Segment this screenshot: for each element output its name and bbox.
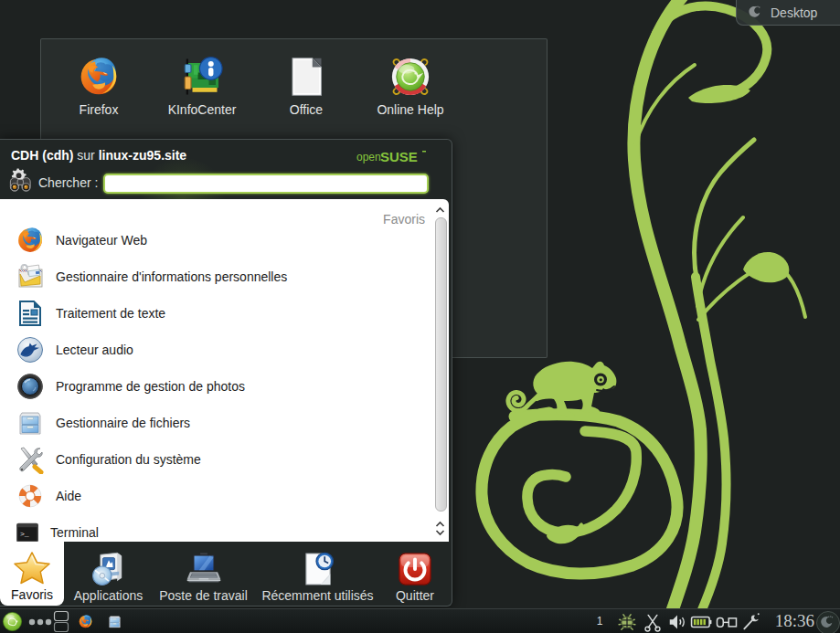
svg-text:open: open bbox=[356, 151, 381, 164]
svg-text:SUSE: SUSE bbox=[380, 149, 418, 164]
svg-text:>_: >_ bbox=[20, 530, 29, 538]
